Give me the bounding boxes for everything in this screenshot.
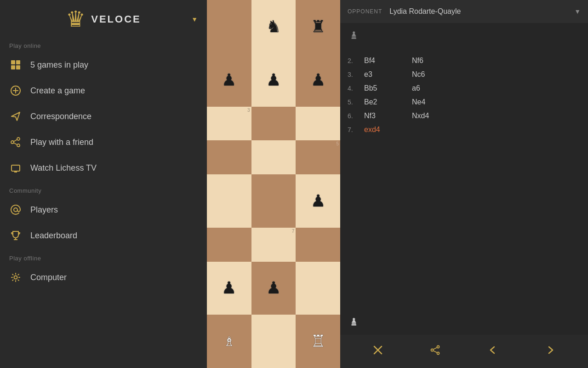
back-button[interactable] <box>480 341 505 362</box>
board-cell: ♞ <box>251 0 296 53</box>
svg-point-19 <box>14 276 17 279</box>
board-cell: ♟ <box>207 53 251 107</box>
watch-tv-label: Watch Lichess TV <box>30 163 97 173</box>
logo-icon: ♛ <box>66 8 86 30</box>
move-black: a6 <box>412 84 458 92</box>
move-number: 6. <box>348 112 362 120</box>
chess-piece: ♟ <box>311 70 325 90</box>
players-label: Players <box>30 205 58 215</box>
sidebar: ♛ VELOCE ▼ Play online 5 games in play C… <box>0 0 207 368</box>
sidebar-item-games-in-play[interactable]: 5 games in play <box>0 52 207 78</box>
sidebar-item-computer[interactable]: Computer <box>0 264 207 290</box>
svg-point-24 <box>431 349 434 351</box>
play-online-label: Play online <box>0 36 207 52</box>
svg-point-23 <box>437 352 440 355</box>
svg-line-11 <box>14 140 17 142</box>
move-black: Nxd4 <box>412 112 458 120</box>
svg-line-12 <box>14 143 17 145</box>
right-panel: OPPONENT Lydia Rodarte-Quayle ▼ 2. Bf4 N… <box>340 0 588 368</box>
community-label: Community <box>0 181 207 197</box>
app-title: VELOCE <box>91 13 141 25</box>
create-game-label: Create a game <box>30 86 85 96</box>
board-cell <box>207 140 251 174</box>
sidebar-item-watch-tv[interactable]: Watch Lichess TV <box>0 155 207 181</box>
svg-rect-0 <box>11 60 15 64</box>
move-row: 6. Nf3 Nxd4 <box>348 109 581 123</box>
move-number: 5. <box>348 98 362 106</box>
svg-line-26 <box>434 351 437 353</box>
chess-piece: ♜ <box>311 17 325 36</box>
play-offline-label: Play offline <box>0 248 207 264</box>
chess-piece: ♟ <box>222 70 236 90</box>
move-row: 2. Bf4 Nf6 <box>348 54 581 68</box>
board-cell: ♟ <box>296 174 340 228</box>
svg-point-16 <box>14 208 17 212</box>
action-bar <box>340 335 588 368</box>
moves-list: 2. Bf4 Nf6 3. e3 Nc6 4. Bb5 a6 5. Be2 Ne… <box>340 50 588 311</box>
svg-rect-13 <box>11 165 20 171</box>
chess-piece: ♗ <box>223 334 235 349</box>
share-button[interactable] <box>423 341 448 362</box>
chess-piece: ♟ <box>266 278 281 298</box>
chess-piece: ♖ <box>311 332 325 351</box>
chess-piece: ♞ <box>266 17 281 36</box>
sidebar-item-players[interactable]: Players <box>0 197 207 223</box>
share-icon <box>9 136 22 149</box>
sidebar-item-play-friend[interactable]: Play with a friend <box>0 129 207 155</box>
board-cell: 3 <box>207 107 251 141</box>
board-cell: ♗ <box>207 315 251 368</box>
move-row: 7. exd4 <box>348 123 581 137</box>
board-cell <box>251 315 296 368</box>
opponent-piece-icon <box>340 23 588 50</box>
sidebar-header: ♛ VELOCE ▼ <box>0 0 207 36</box>
dropdown-arrow-icon[interactable]: ▼ <box>191 16 198 23</box>
chess-piece: ♟ <box>311 191 325 211</box>
move-row: 4. Bb5 a6 <box>348 81 581 95</box>
move-white: Bf4 <box>364 57 410 65</box>
svg-point-8 <box>17 138 20 140</box>
sidebar-item-leaderboard[interactable]: Leaderboard <box>0 223 207 248</box>
trophy-icon <box>9 229 22 242</box>
svg-point-10 <box>11 141 14 144</box>
board-cell: ♖ <box>296 315 340 368</box>
board-cell <box>251 107 296 141</box>
sidebar-item-correspondence[interactable]: Correspondence <box>0 104 207 129</box>
move-white: Nf3 <box>364 112 410 120</box>
forward-button[interactable] <box>538 341 563 362</box>
board-cell <box>296 228 340 262</box>
chess-piece: ♟ <box>266 70 281 90</box>
board-cell <box>296 262 340 315</box>
move-number: 2. <box>348 57 362 64</box>
board-cell <box>251 140 296 174</box>
chess-board-area: ♞ ♜ ♟ ♟ ♟ 3 5 ♟ <box>207 0 340 368</box>
board-cell <box>207 228 251 262</box>
move-white: Bb5 <box>364 84 410 92</box>
move-white-highlight: exd4 <box>364 126 410 134</box>
move-number: 3. <box>348 71 362 78</box>
svg-rect-2 <box>11 65 15 69</box>
board-cell <box>207 174 251 228</box>
opponent-label: OPPONENT <box>348 8 382 15</box>
move-black: Ne4 <box>412 98 458 106</box>
filter-icon[interactable]: ▼ <box>574 8 581 15</box>
resign-button[interactable] <box>365 341 390 362</box>
board-cell: ♟ <box>207 262 251 315</box>
board-cell: ♟ <box>251 262 296 315</box>
computer-label: Computer <box>30 273 67 282</box>
svg-point-22 <box>437 346 440 348</box>
tv-icon <box>9 161 22 174</box>
at-icon <box>9 203 22 216</box>
sidebar-item-create-game[interactable]: Create a game <box>0 78 207 104</box>
svg-line-25 <box>434 348 437 350</box>
move-number: 4. <box>348 85 362 92</box>
move-row: 3. e3 Nc6 <box>348 68 581 81</box>
board-cell <box>251 174 296 228</box>
gear-icon <box>9 271 22 284</box>
chess-piece: ♟ <box>222 278 236 298</box>
svg-rect-1 <box>16 60 20 64</box>
svg-point-9 <box>17 144 20 147</box>
board-cell: ♟ <box>296 53 340 107</box>
board-cell <box>207 0 251 53</box>
opponent-bar: OPPONENT Lydia Rodarte-Quayle ▼ <box>340 0 588 23</box>
move-number: 7. <box>348 126 362 133</box>
